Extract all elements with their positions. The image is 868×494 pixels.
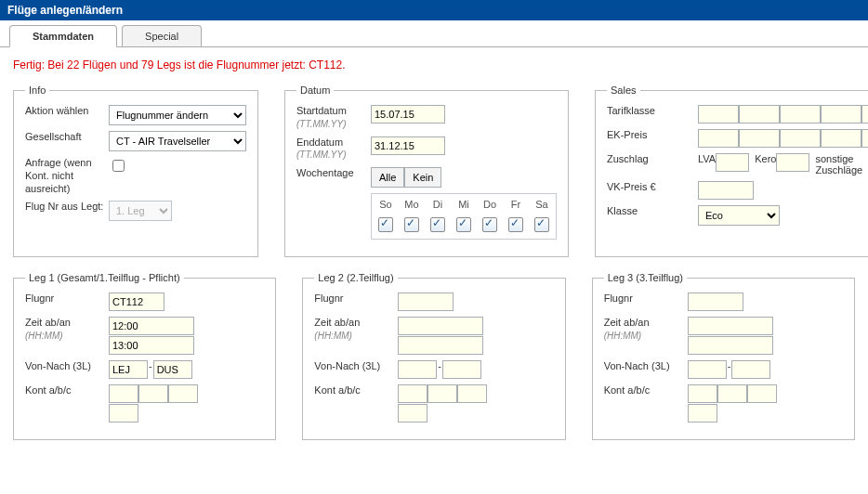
leg-1-legend: Leg 1 (Gesamt/1.Teilflug - Pflicht) [25,272,184,283]
day-check-do[interactable] [482,217,497,232]
leg-3-zeit-an-input[interactable] [688,336,773,355]
leg-3-zeit-ab-input[interactable] [688,317,773,335]
day-label-fr: Fr [504,196,528,213]
tab-content: Fertig: Bei 22 Flügen und 79 Legs ist di… [0,51,868,464]
sales-legend: Sales [607,84,640,96]
leg-2-zeit-label: Zeit ab/an(HH:MM) [314,317,398,343]
datum-legend: Datum [296,84,334,96]
leg-2-flugnr-input[interactable] [398,292,454,311]
leg-3-flugnr-input[interactable] [688,292,743,311]
kero-input[interactable] [776,153,809,172]
leg-1-kont-c[interactable] [168,384,198,403]
startdatum-label: Startdatum (TT.MM.YY) [296,105,371,131]
tab-special[interactable]: Special [122,25,202,46]
leg-2-zeit-an-input[interactable] [398,336,483,355]
leg-3-legend: Leg 3 (3.Teilflug) [604,272,687,283]
tarifklasse-4[interactable] [861,105,868,124]
leg-3-kont-a[interactable] [688,384,717,403]
flugnr-aus-select[interactable]: 1. Leg [109,201,172,221]
leg-2-kont-c[interactable] [457,384,487,403]
leg-3-nach-input[interactable] [731,360,770,379]
leg-2-von-input[interactable] [398,360,437,379]
leg-1-vonnach-label: Von-Nach (3L) [25,360,109,373]
tarifklasse-0[interactable] [698,105,739,124]
leg-1-kont-a2[interactable] [109,404,138,422]
leg-2-kont-b[interactable] [427,384,457,403]
gesellschaft-label: Gesellschaft [25,131,109,144]
kein-button[interactable]: Kein [404,167,441,188]
startdatum-input[interactable] [371,105,445,124]
day-check-mo[interactable] [404,217,419,232]
leg-1-zeit-label: Zeit ab/an(HH:MM) [25,317,109,343]
leg-1-group: Leg 1 (Gesamt/1.Teilflug - Pflicht) Flug… [13,272,276,440]
day-label-do: Do [478,196,502,213]
leg-1-von-input[interactable] [109,360,148,379]
leg-1-zeit-ab-input[interactable] [109,317,194,335]
leg-1-flugnr-input[interactable] [109,292,164,311]
ekpreis-4[interactable] [861,129,868,148]
enddatum-input[interactable] [371,136,445,155]
day-check-di[interactable] [430,217,445,232]
aktion-label: Aktion wählen [25,105,109,118]
day-check-so[interactable] [378,217,393,232]
ekpreis-1[interactable] [739,129,780,148]
alle-button[interactable]: Alle [371,167,404,188]
day-label-di: Di [426,196,450,213]
leg-1-nach-input[interactable] [153,360,192,379]
kero-label: Kero [755,153,776,164]
klasse-select[interactable]: Eco [698,205,780,226]
leg-2-kont-label: Kont a/b/c [314,384,398,397]
leg-3-kont-label: Kont a/b/c [604,384,688,397]
leg-2-kont-a2[interactable] [398,404,427,422]
anfrage-checkbox[interactable] [112,160,125,172]
tab-bar: Stammdaten Special [0,20,868,47]
anfrage-label: Anfrage (wenn Kont. nicht ausreicht) [25,157,109,195]
datum-group: Datum Startdatum (TT.MM.YY) Enddatum (TT… [284,84,569,257]
leg-1-zeit-an-input[interactable] [109,336,194,355]
weekday-table: So Mo Di Mi Do Fr Sa [371,193,557,240]
leg-1-kont-b[interactable] [138,384,168,403]
leg-3-flugnr-label: Flugnr [604,292,688,306]
ekpreis-2[interactable] [780,129,821,148]
sales-group: Sales Tarifklasse EK-Preis Zuschlag LVA [595,84,868,257]
zuschlag-label: Zuschlag [607,153,698,166]
lva-label: LVA [698,153,716,164]
day-label-so: So [374,196,398,213]
leg-2-flugnr-label: Flugnr [314,292,398,306]
leg-2-group: Leg 2 (2.Teilflug) Flugnr Zeit ab/an(HH:… [302,272,565,440]
tarifklasse-1[interactable] [739,105,780,124]
info-group: Info Aktion wählen Flugnummer ändern Ges… [13,84,258,257]
leg-1-kont-label: Kont a/b/c [25,384,109,397]
leg-3-kont-c[interactable] [747,384,777,403]
enddatum-label: Enddatum (TT.MM.YY) [296,136,371,162]
leg-1-kont-a[interactable] [109,384,138,403]
vkpreis-input[interactable] [698,181,754,200]
tarifklasse-2[interactable] [780,105,821,124]
tab-stammdaten[interactable]: Stammdaten [9,25,117,47]
tarifklasse-3[interactable] [821,105,861,124]
leg-3-kont-a2[interactable] [688,404,717,422]
leg-2-nach-input[interactable] [442,360,481,379]
leg-2-vonnach-label: Von-Nach (3L) [314,360,398,373]
leg-3-von-input[interactable] [688,360,727,379]
sonstige-label: sonstige Zuschläge [815,153,868,176]
day-label-mo: Mo [400,196,424,213]
ekpreis-0[interactable] [698,129,739,148]
page-header: Flüge anlegen/ändern [0,0,868,20]
leg-3-kont-b[interactable] [717,384,747,403]
vkpreis-label: VK-Preis € [607,181,698,194]
aktion-select[interactable]: Flugnummer ändern [109,105,246,125]
tarifklasse-label: Tarifklasse [607,105,698,118]
gesellschaft-select[interactable]: CT - AIR Travelseller [109,131,246,151]
leg-2-kont-a[interactable] [398,384,427,403]
info-legend: Info [25,84,49,96]
day-label-mi: Mi [452,196,476,213]
ekpreis-3[interactable] [821,129,861,148]
klasse-label: Klasse [607,205,698,218]
day-check-fr[interactable] [508,217,523,232]
leg-3-vonnach-label: Von-Nach (3L) [604,360,688,373]
lva-input[interactable] [716,153,749,172]
leg-2-zeit-ab-input[interactable] [398,317,483,335]
day-check-mi[interactable] [456,217,471,232]
day-check-sa[interactable] [534,217,549,232]
